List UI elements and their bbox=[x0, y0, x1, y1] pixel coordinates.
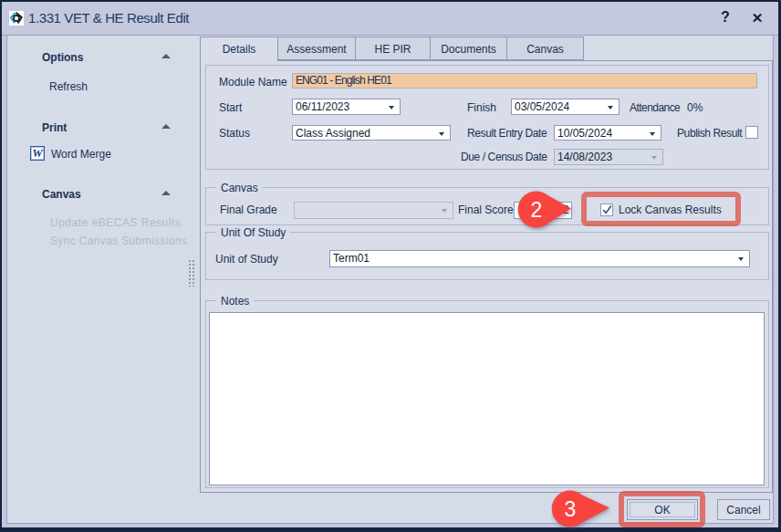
svg-text:3: 3 bbox=[565, 497, 577, 521]
svg-text:2: 2 bbox=[531, 198, 543, 222]
